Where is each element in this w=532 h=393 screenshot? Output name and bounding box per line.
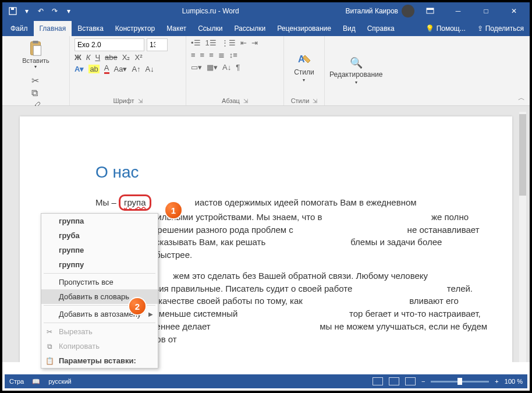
paste-options-item[interactable]: 📋Параметры вставки:	[41, 353, 158, 368]
tab-view[interactable]: Вид	[337, 21, 361, 36]
suggestion-1[interactable]: группа	[41, 214, 158, 228]
italic-button[interactable]: К	[86, 53, 91, 62]
strikethrough-button[interactable]: abe	[105, 53, 118, 62]
align-right-button[interactable]: ≡	[209, 51, 214, 59]
highlight-button[interactable]: ab	[88, 65, 99, 73]
undo-icon[interactable]: ↶	[36, 6, 45, 16]
qat-customize-icon[interactable]: ▾	[64, 6, 73, 16]
paste-button[interactable]: Вставить▾	[20, 38, 52, 70]
numbering-button[interactable]: 1☰	[205, 38, 217, 47]
suggestion-3[interactable]: группе	[41, 243, 158, 257]
scrollbar-thumb[interactable]	[519, 114, 526, 196]
spellcheck-context-menu: группа груба группе группу Пропустить вс…	[41, 213, 158, 369]
underline-button[interactable]: Ч	[95, 53, 100, 62]
tab-design[interactable]: Конструктор	[109, 21, 161, 36]
superscript-button[interactable]: X²	[134, 53, 142, 62]
clipboard-icon: 📋	[45, 356, 54, 366]
tab-review[interactable]: Рецензирование	[271, 21, 337, 36]
styles-dialog-launcher[interactable]: ⇲	[313, 98, 317, 104]
zoom-slider[interactable]	[431, 381, 489, 383]
svg-rect-3	[427, 8, 434, 10]
font-dialog-launcher[interactable]: ⇲	[138, 98, 143, 104]
misspelled-word[interactable]: група	[119, 194, 151, 211]
bullets-button[interactable]: •☰	[191, 38, 201, 47]
copy-icon[interactable]: ⧉	[31, 88, 41, 97]
multilevel-button[interactable]: ⋮☰	[221, 38, 236, 47]
web-layout-icon[interactable]	[405, 377, 416, 385]
tab-mailings[interactable]: Рассылки	[228, 21, 271, 36]
zoom-slider-thumb[interactable]	[457, 378, 462, 385]
minimize-button[interactable]: ─	[446, 2, 470, 20]
text-effects-button[interactable]: A▾	[75, 65, 84, 73]
shrink-font-button[interactable]: A↓	[146, 65, 154, 73]
scissors-icon: ✂	[45, 327, 54, 337]
change-case-button[interactable]: Aa▾	[114, 65, 127, 73]
zoom-level[interactable]: 100 %	[505, 378, 523, 385]
increase-indent-button[interactable]: ⇥	[251, 38, 258, 47]
tell-me-button[interactable]: 💡Помощ...	[420, 21, 471, 36]
redo-icon[interactable]: ↷	[50, 6, 59, 16]
window-title: Lumpics.ru - Word	[79, 7, 342, 15]
tab-insert[interactable]: Вставка	[72, 21, 109, 36]
tab-file[interactable]: Файл	[5, 21, 34, 36]
tab-layout[interactable]: Макет	[161, 21, 192, 36]
zoom-in-button[interactable]: +	[495, 378, 498, 385]
tab-references[interactable]: Ссылки	[192, 21, 228, 36]
subscript-button[interactable]: X₂	[122, 53, 130, 62]
spellcheck-status-icon[interactable]: 📖	[32, 378, 40, 385]
autosave-icon[interactable]	[8, 6, 17, 16]
document-heading: О нас	[95, 163, 489, 182]
shading-button[interactable]: ▭▾	[191, 63, 202, 72]
line-spacing-button[interactable]: ↕≡	[229, 51, 237, 59]
ribbon-tabs: Файл Главная Вставка Конструктор Макет С…	[2, 20, 530, 36]
page-indicator[interactable]: Стра	[9, 378, 24, 385]
vertical-scrollbar[interactable]	[519, 112, 526, 362]
zoom-out-button[interactable]: −	[421, 378, 425, 385]
copy-icon: ⧉	[45, 342, 54, 351]
ribbon-display-icon[interactable]	[418, 2, 442, 20]
read-mode-icon[interactable]	[373, 377, 383, 385]
lightbulb-icon: 💡	[425, 24, 434, 33]
ignore-all-item[interactable]: Пропустить все	[41, 275, 158, 289]
decrease-indent-button[interactable]: ⇤	[240, 38, 247, 47]
chevron-right-icon: ▶	[148, 311, 153, 317]
grow-font-button[interactable]: A↑	[132, 65, 140, 73]
borders-button[interactable]: ▦▾	[207, 63, 218, 72]
share-button[interactable]: ⇪Поделиться	[471, 21, 530, 36]
cut-icon[interactable]: ✂	[31, 75, 41, 84]
font-size-select[interactable]	[147, 38, 168, 51]
justify-button[interactable]: ≣	[218, 51, 225, 59]
save-icon[interactable]: ▾	[22, 6, 31, 16]
bold-button[interactable]: Ж	[75, 53, 81, 62]
language-indicator[interactable]: русский	[48, 378, 71, 385]
tab-help[interactable]: Справка	[361, 21, 400, 36]
copy-item[interactable]: ⧉Копировать	[41, 339, 158, 353]
clipboard-icon	[27, 40, 44, 57]
print-layout-icon[interactable]	[389, 377, 399, 385]
show-marks-button[interactable]: ¶	[236, 63, 240, 72]
styles-button[interactable]: A Стили▾	[294, 52, 314, 83]
collapse-ribbon-icon[interactable]: ︿	[518, 93, 525, 103]
editing-button[interactable]: 🔍 Редактирование▾	[329, 56, 382, 85]
cut-item[interactable]: ✂Вырезать	[41, 324, 158, 339]
align-left-button[interactable]: ≡	[191, 51, 196, 59]
align-center-button[interactable]: ≡	[200, 51, 205, 59]
svg-rect-1	[11, 8, 14, 10]
callout-marker-2: 2	[129, 298, 146, 314]
search-icon: 🔍	[350, 56, 363, 69]
share-icon: ⇪	[477, 24, 483, 33]
tab-home[interactable]: Главная	[34, 21, 72, 36]
callout-marker-1: 1	[165, 202, 182, 218]
user-name[interactable]: Виталий Каиров	[345, 7, 398, 15]
maximize-button[interactable]: □	[474, 2, 498, 20]
group-styles-label: Стили	[291, 97, 310, 104]
close-button[interactable]: ✕	[502, 2, 526, 20]
font-color-button[interactable]: A	[104, 63, 109, 74]
font-name-select[interactable]	[75, 38, 144, 51]
suggestion-4[interactable]: группу	[41, 257, 158, 272]
paragraph-dialog-launcher[interactable]: ⇲	[243, 98, 248, 104]
suggestion-2[interactable]: груба	[41, 228, 158, 243]
sort-button[interactable]: A↓	[222, 63, 231, 72]
avatar[interactable]	[402, 5, 414, 17]
titlebar: ▾ ↶ ↷ ▾ Lumpics.ru - Word Виталий Каиров…	[2, 2, 530, 20]
